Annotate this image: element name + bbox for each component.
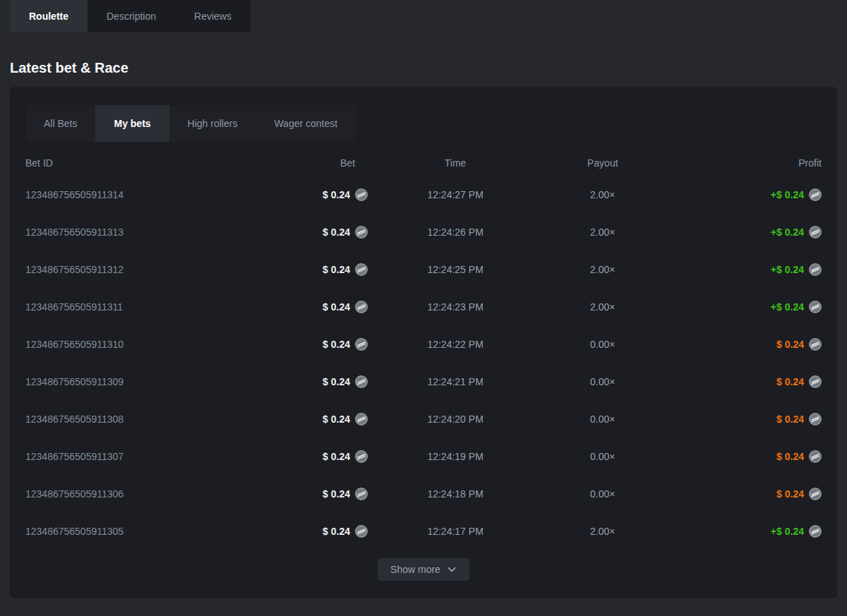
stellar-coin-icon [809, 188, 822, 201]
column-header-bet-id: Bet ID [25, 157, 53, 169]
bet-time: 12:24:21 PM [427, 376, 483, 387]
column-header-payout: Payout [587, 157, 618, 169]
stellar-coin-icon [809, 263, 822, 276]
stellar-coin-icon [355, 413, 368, 425]
bet-amount-value: $ 0.24 [323, 189, 350, 200]
bet-time: 12:24:17 PM [427, 526, 483, 537]
bet-id[interactable]: 123486756505911307 [25, 451, 124, 462]
bet-amount: $ 0.24 [323, 450, 368, 463]
bet-time: 12:24:25 PM [427, 264, 483, 275]
bet-payout: 2.00× [590, 189, 615, 200]
bet-time: 12:24:22 PM [427, 339, 483, 350]
bet-amount: $ 0.24 [323, 338, 368, 351]
bet-row[interactable]: 123486756505911310$ 0.2412:24:22 PM0.00×… [25, 325, 822, 363]
bet-profit: $ 0.24 [776, 488, 822, 500]
bet-profit: +$ 0.24 [771, 188, 822, 201]
column-header-time: Time [445, 157, 467, 169]
bet-amount-value: $ 0.24 [323, 413, 350, 425]
stellar-coin-icon [355, 263, 368, 276]
bet-profit-value: +$ 0.24 [771, 301, 804, 313]
bet-amount: $ 0.24 [323, 188, 368, 201]
bet-id[interactable]: 123486756505911308 [25, 413, 124, 425]
bet-time: 12:24:23 PM [427, 301, 483, 313]
stellar-coin-icon [809, 226, 822, 238]
bet-amount: $ 0.24 [323, 301, 368, 313]
stellar-coin-icon [809, 301, 822, 313]
bet-profit: $ 0.24 [776, 375, 822, 388]
bet-row[interactable]: 123486756505911305$ 0.2412:24:17 PM2.00×… [25, 512, 822, 550]
bet-row[interactable]: 123486756505911308$ 0.2412:24:20 PM0.00×… [25, 400, 822, 437]
bet-id[interactable]: 123486756505911305 [25, 526, 124, 537]
bet-amount: $ 0.24 [323, 226, 368, 238]
bet-profit: $ 0.24 [776, 450, 822, 463]
bet-amount-value: $ 0.24 [323, 526, 350, 537]
bet-amount: $ 0.24 [323, 263, 368, 276]
table-body: 123486756505911314$ 0.2412:24:27 PM2.00×… [25, 176, 822, 550]
game-tab-reviews[interactable]: Reviews [175, 0, 251, 32]
bet-row[interactable]: 123486756505911313$ 0.2412:24:26 PM2.00×… [25, 213, 822, 250]
bet-profit: $ 0.24 [776, 338, 822, 351]
bet-time: 12:24:20 PM [427, 413, 483, 425]
bet-filter-tab-high-rollers[interactable]: High rollers [169, 105, 256, 142]
bet-filter-tab-my-bets[interactable]: My bets [95, 105, 169, 142]
bet-profit-value: $ 0.24 [776, 339, 804, 350]
bet-payout: 0.00× [590, 451, 615, 462]
bet-profit-value: +$ 0.24 [771, 526, 804, 537]
stellar-coin-icon [809, 525, 822, 538]
stellar-coin-icon [355, 450, 368, 463]
section-title: Latest bet & Race [10, 60, 847, 76]
bet-amount-value: $ 0.24 [323, 301, 350, 313]
bet-id[interactable]: 123486756505911306 [25, 488, 124, 500]
bet-payout: 2.00× [590, 301, 615, 313]
game-tab-description[interactable]: Description [88, 0, 175, 32]
bet-row[interactable]: 123486756505911309$ 0.2412:24:21 PM0.00×… [25, 363, 822, 400]
show-more-label: Show more [390, 564, 440, 575]
stellar-coin-icon [355, 375, 368, 388]
column-header-bet: Bet [340, 157, 368, 169]
bet-row[interactable]: 123486756505911307$ 0.2412:24:19 PM0.00×… [25, 437, 822, 475]
bet-amount-value: $ 0.24 [323, 376, 350, 387]
bet-amount-value: $ 0.24 [323, 488, 350, 500]
stellar-coin-icon [355, 488, 368, 500]
bet-filter-tab-wager-contest[interactable]: Wager contest [256, 105, 356, 142]
bet-profit: +$ 0.24 [771, 263, 822, 276]
chevron-down-icon [447, 564, 457, 574]
stellar-coin-icon [355, 338, 368, 351]
bet-profit-value: +$ 0.24 [771, 264, 804, 275]
stellar-coin-icon [809, 488, 822, 500]
bet-filter-tab-all-bets[interactable]: All Bets [25, 105, 95, 142]
bet-profit: +$ 0.24 [771, 525, 822, 538]
bet-payout: 2.00× [590, 264, 615, 275]
bet-id[interactable]: 123486756505911310 [25, 339, 124, 350]
stellar-coin-icon [355, 188, 368, 201]
game-tab-roulette[interactable]: Roulette [10, 0, 88, 32]
bet-id[interactable]: 123486756505911312 [25, 264, 124, 275]
bet-row[interactable]: 123486756505911312$ 0.2412:24:25 PM2.00×… [25, 250, 822, 288]
bet-amount: $ 0.24 [323, 375, 368, 388]
bet-profit-value: $ 0.24 [776, 413, 804, 425]
bet-amount-value: $ 0.24 [323, 451, 350, 462]
bet-payout: 0.00× [590, 488, 615, 500]
bet-id[interactable]: 123486756505911313 [25, 227, 124, 238]
bet-time: 12:24:26 PM [427, 227, 483, 238]
bet-row[interactable]: 123486756505911311$ 0.2412:24:23 PM2.00×… [25, 288, 822, 325]
bet-row[interactable]: 123486756505911314$ 0.2412:24:27 PM2.00×… [25, 176, 822, 213]
bet-row[interactable]: 123486756505911306$ 0.2412:24:18 PM0.00×… [25, 475, 822, 512]
stellar-coin-icon [809, 375, 822, 388]
bet-amount: $ 0.24 [323, 488, 368, 500]
bet-amount: $ 0.24 [323, 413, 368, 425]
bet-id[interactable]: 123486756505911309 [25, 376, 124, 387]
bet-id[interactable]: 123486756505911314 [25, 189, 124, 200]
latest-bets-panel: All BetsMy betsHigh rollersWager contest… [10, 87, 837, 598]
show-more-button[interactable]: Show more [378, 558, 469, 581]
bets-table: Bet IDBetTimePayoutProfit 12348675650591… [25, 157, 822, 550]
stellar-coin-icon [809, 413, 822, 425]
bet-id[interactable]: 123486756505911311 [25, 301, 123, 313]
bet-profit: +$ 0.24 [771, 301, 822, 313]
table-header-row: Bet IDBetTimePayoutProfit [25, 157, 822, 169]
bet-profit-value: +$ 0.24 [771, 189, 804, 200]
bet-filter-tabs: All BetsMy betsHigh rollersWager contest [25, 105, 356, 142]
panel-footer: Show more [25, 558, 822, 581]
stellar-coin-icon [809, 338, 822, 351]
stellar-coin-icon [355, 525, 368, 538]
